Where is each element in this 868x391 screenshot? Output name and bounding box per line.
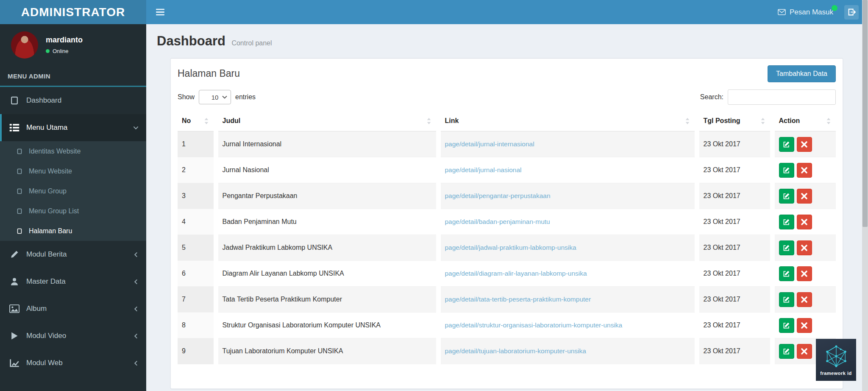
delete-button[interactable]	[797, 240, 812, 255]
sidebar-subitem-menu-group-list[interactable]: Menu Group List	[0, 201, 146, 221]
square-icon	[16, 208, 23, 214]
delete-button[interactable]	[797, 344, 812, 359]
edit-button[interactable]	[779, 189, 794, 204]
cell-tgl-posting: 23 Okt 2017	[697, 287, 772, 313]
table-row: 6Diagram Alir Layanan Labkomp UNSIKApage…	[178, 261, 836, 287]
delete-button[interactable]	[797, 137, 812, 152]
cell-link: page/detail/jurnal-nasional	[438, 157, 697, 183]
messages-label: Pesan Masuk	[790, 8, 833, 17]
pencil-icon	[9, 250, 19, 259]
sidebar-item-label: Master Data	[26, 277, 66, 286]
page-length-value: 10	[211, 94, 219, 101]
page-detail-link[interactable]: page/detail/struktur-organisasi-laborato…	[445, 321, 623, 329]
page-detail-link[interactable]: page/detail/tujuan-laboratorium-komputer…	[445, 347, 586, 355]
column-header-link[interactable]: Link	[438, 111, 697, 131]
logout-button[interactable]	[844, 5, 859, 20]
page-detail-link[interactable]: page/detail/badan-penjaminan-mutu	[445, 218, 550, 225]
search-input[interactable]	[728, 89, 836, 105]
cell-link: page/detail/badan-penjaminan-mutu	[438, 209, 697, 235]
edit-button[interactable]	[779, 240, 794, 255]
square-icon	[16, 188, 23, 194]
logout-icon	[848, 8, 856, 16]
table-row: 1Jurnal Internasionalpage/detail/jurnal-…	[178, 131, 836, 157]
cell-tgl-posting: 23 Okt 2017	[697, 235, 772, 261]
page-detail-link[interactable]: page/detail/pengantar-perpustakaan	[445, 192, 551, 199]
delete-button[interactable]	[797, 163, 812, 178]
sidebar-item-label: Album	[26, 304, 47, 313]
column-header-tgl-posting[interactable]: Tgl Posting	[697, 111, 772, 131]
messages-menu[interactable]: Pesan Masuk	[778, 8, 833, 17]
sidebar-item-modul-video[interactable]: Modul Video	[0, 322, 146, 349]
sidebar-subitem-label: Menu Group	[29, 187, 67, 195]
page-detail-link[interactable]: page/detail/tata-tertib-peserta-praktiku…	[445, 296, 591, 303]
sidebar-item-master-data[interactable]: Master Data	[0, 268, 146, 295]
edit-icon	[783, 193, 790, 200]
delete-button[interactable]	[797, 318, 812, 333]
sort-icon	[203, 118, 209, 124]
image-icon	[9, 304, 19, 313]
cell-no: 6	[178, 261, 216, 287]
sidebar-subitem-halaman-baru[interactable]: Halaman Baru	[0, 221, 146, 241]
page-detail-link[interactable]: page/detail/jurnal-internasional	[445, 140, 534, 148]
column-header-judul[interactable]: Judul	[216, 111, 438, 131]
column-header-no[interactable]: No	[178, 111, 216, 131]
sidebar-item-label: Modul Berita	[26, 250, 67, 259]
user-status[interactable]: Online	[46, 48, 83, 54]
edit-button[interactable]	[779, 137, 794, 152]
vertical-scrollbar[interactable]	[862, 0, 868, 391]
edit-icon	[783, 141, 790, 148]
sidebar-item-modul-web[interactable]: Modul Web	[0, 349, 146, 377]
sidebar-subitem-label: Menu Website	[29, 168, 72, 175]
cell-action	[772, 131, 836, 157]
chart-icon	[9, 359, 19, 367]
top-navbar: ADMINISTRATOR Pesan Masuk	[0, 0, 868, 24]
chevron-left-icon	[133, 333, 139, 339]
page-detail-link[interactable]: page/detail/jadwal-praktikum-labkomp-uns…	[445, 244, 576, 251]
page-detail-link[interactable]: page/detail/diagram-alir-layanan-labkomp…	[445, 270, 587, 277]
cell-judul: Badan Penjaminan Mutu	[216, 209, 438, 235]
sidebar-item-dashboard[interactable]: Dashboard	[0, 87, 146, 114]
brand-logo[interactable]: ADMINISTRATOR	[0, 0, 146, 24]
envelope-icon	[778, 9, 786, 15]
add-data-button[interactable]: Tambahkan Data	[768, 65, 836, 82]
edit-button[interactable]	[779, 344, 794, 359]
page-length-select[interactable]: 10	[199, 90, 231, 104]
cell-link: page/detail/pengantar-perpustakaan	[438, 183, 697, 209]
panel-title: Halaman Baru	[178, 68, 240, 79]
show-label: Show	[178, 93, 195, 101]
edit-button[interactable]	[779, 163, 794, 178]
square-icon	[16, 168, 23, 174]
column-header-action[interactable]: Action	[772, 111, 836, 131]
edit-button[interactable]	[779, 215, 794, 229]
sidebar-subitem-identitas-website[interactable]: Identitas Website	[0, 141, 146, 161]
sidebar-subitem-menu-group[interactable]: Menu Group	[0, 181, 146, 201]
cell-link: page/detail/jadwal-praktikum-labkomp-uns…	[438, 235, 697, 261]
sidebar-item-label: Modul Video	[26, 332, 66, 340]
watermark: framework id	[816, 339, 856, 381]
delete-button[interactable]	[797, 292, 812, 307]
scrollbar-thumb[interactable]	[862, 0, 868, 227]
cell-action	[772, 287, 836, 313]
delete-button[interactable]	[797, 266, 812, 281]
square-icon	[16, 148, 23, 154]
sidebar-item-album[interactable]: Album	[0, 295, 146, 322]
sidebar-item-menu-utama[interactable]: Menu Utama	[0, 114, 146, 141]
messages-badge	[832, 5, 837, 11]
chevron-left-icon	[133, 360, 139, 366]
hamburger-icon[interactable]	[156, 8, 164, 16]
delete-button[interactable]	[797, 215, 812, 229]
column-header-label: Tgl Posting	[704, 117, 740, 125]
edit-button[interactable]	[779, 292, 794, 307]
sidebar-section-label: MENU ADMIN	[0, 66, 146, 86]
sidebar-subitem-menu-website[interactable]: Menu Website	[0, 161, 146, 181]
dashboard-icon	[9, 96, 19, 105]
sidebar-item-modul-berita[interactable]: Modul Berita	[0, 241, 146, 268]
close-icon	[801, 218, 808, 226]
edit-button[interactable]	[779, 266, 794, 281]
delete-button[interactable]	[797, 189, 812, 204]
edit-button[interactable]	[779, 318, 794, 333]
close-icon	[801, 322, 808, 329]
close-icon	[801, 270, 808, 277]
page-detail-link[interactable]: page/detail/jurnal-nasional	[445, 166, 522, 173]
cell-action	[772, 261, 836, 287]
